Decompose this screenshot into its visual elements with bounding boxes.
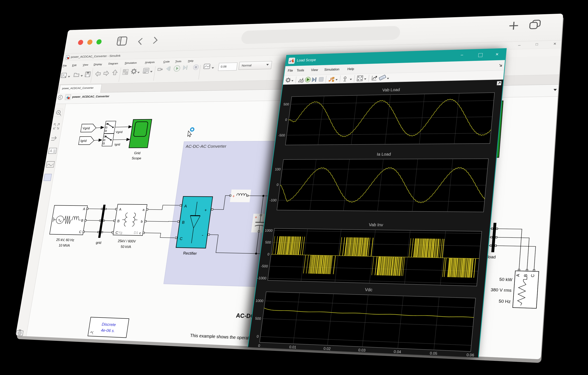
svg-text:-500: -500 xyxy=(261,264,268,268)
svg-text:Grid: Grid xyxy=(134,151,141,155)
svg-text:50 kVA: 50 kVA xyxy=(120,245,131,249)
svg-text:0: 0 xyxy=(267,252,270,256)
svg-text:0.02: 0.02 xyxy=(323,346,331,351)
svg-text:-500: -500 xyxy=(278,133,285,137)
svg-text:0: 0 xyxy=(256,334,259,338)
svg-text:grid: grid xyxy=(95,241,102,244)
svg-text:Vab Load: Vab Load xyxy=(382,87,400,92)
svg-text:Igrid: Igrid xyxy=(80,139,87,142)
svg-text:AC-DC-AC Converter: AC-DC-AC Converter xyxy=(186,144,227,149)
svg-text:Ia Load: Ia Load xyxy=(377,152,391,157)
svg-text:1000: 1000 xyxy=(265,228,273,233)
svg-text:Vgrid: Vgrid xyxy=(82,126,90,130)
svg-text:25 kV, 60 Hz: 25 kV, 60 Hz xyxy=(56,238,74,242)
svg-text:500: 500 xyxy=(265,240,271,244)
svg-text:0.03: 0.03 xyxy=(358,348,366,353)
svg-text:0.06: 0.06 xyxy=(466,353,474,357)
svg-text:Vgrid: Vgrid xyxy=(116,130,123,134)
svg-text:0: 0 xyxy=(285,118,287,122)
svg-text:500: 500 xyxy=(255,316,261,321)
svg-text:100: 100 xyxy=(275,167,281,171)
svg-text:0.05: 0.05 xyxy=(430,351,438,356)
svg-text:0: 0 xyxy=(276,183,279,186)
svg-text:-100: -100 xyxy=(269,198,277,202)
svg-text:Yg: Yg xyxy=(118,231,123,234)
svg-text:0: 0 xyxy=(258,343,261,348)
svg-text:Rectifier: Rectifier xyxy=(183,251,197,256)
svg-text:Igrid: Igrid xyxy=(114,143,120,146)
svg-text:B: B xyxy=(523,274,528,277)
svg-text:Vdc: Vdc xyxy=(365,287,373,292)
svg-text:D1: D1 xyxy=(134,231,138,234)
svg-text:C: C xyxy=(530,274,535,277)
svg-text:Scope: Scope xyxy=(131,156,141,160)
svg-text:-1000: -1000 xyxy=(257,276,267,280)
svg-text:4e-06 s.: 4e-06 s. xyxy=(101,328,115,333)
svg-text:0.01: 0.01 xyxy=(289,345,296,349)
svg-text:Discrete: Discrete xyxy=(102,322,116,327)
svg-text:50 Hz: 50 Hz xyxy=(499,299,511,304)
svg-text:Vab Inv: Vab Inv xyxy=(369,222,383,227)
svg-text:1000: 1000 xyxy=(255,299,264,303)
svg-text:0.04: 0.04 xyxy=(394,349,401,354)
svg-text:500: 500 xyxy=(283,102,289,106)
svg-text:50 kW: 50 kW xyxy=(499,277,513,282)
svg-text:25kV / 600V: 25kV / 600V xyxy=(118,239,136,243)
svg-text:A: A xyxy=(515,274,520,277)
svg-text:380 V rms: 380 V rms xyxy=(491,287,512,293)
svg-text:load: load xyxy=(487,254,496,259)
svg-text:10 MVA: 10 MVA xyxy=(58,243,70,248)
